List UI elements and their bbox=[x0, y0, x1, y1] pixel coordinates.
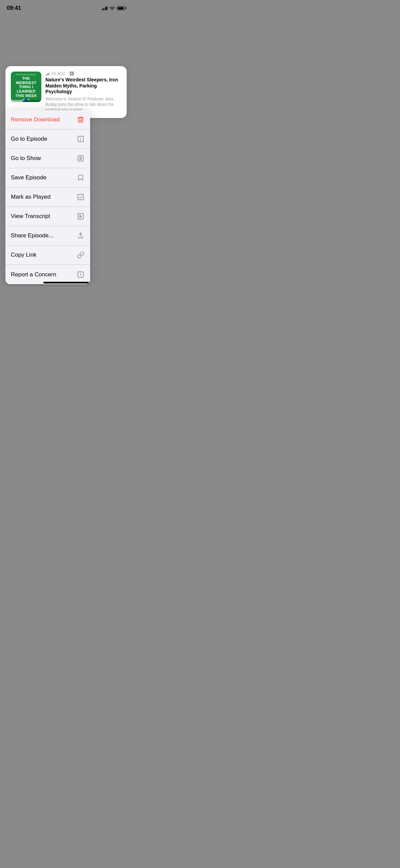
bookmark-icon bbox=[77, 174, 85, 182]
meta-dot: · bbox=[67, 72, 68, 76]
artwork-show-label: POPULAR SCIENCE bbox=[16, 74, 36, 76]
status-bar: 09:41 bbox=[0, 0, 132, 14]
view-transcript-label: View Transcript bbox=[11, 213, 50, 220]
save-episode-label: Save Episode bbox=[11, 174, 46, 181]
view-transcript-item[interactable]: View Transcript bbox=[5, 207, 90, 226]
episode-info: 2D AGO · E Nature's Weirdest Sleepers, I… bbox=[45, 72, 121, 113]
checkmark-square-icon bbox=[77, 193, 85, 201]
report-concern-label: Report a Concern bbox=[11, 271, 56, 278]
svg-point-7 bbox=[80, 275, 81, 276]
link-icon bbox=[77, 251, 85, 259]
share-episode-label: Share Episode... bbox=[11, 232, 54, 239]
go-to-episode-item[interactable]: Go to Episode bbox=[5, 130, 90, 149]
home-indicator bbox=[43, 282, 89, 283]
remove-download-item[interactable]: Remove Download bbox=[5, 110, 90, 130]
svg-rect-4 bbox=[78, 194, 84, 200]
artwork-title: THEWEIRDESTTHING ILEARNEDTHIS WEEK bbox=[15, 76, 37, 98]
go-to-episode-label: Go to Episode bbox=[11, 136, 47, 142]
podcast-icon bbox=[77, 154, 85, 162]
go-to-show-label: Go to Show bbox=[11, 155, 41, 162]
episode-title: Nature's Weirdest Sleepers, Iron Maiden … bbox=[45, 77, 121, 95]
transcript-icon bbox=[77, 212, 85, 220]
copy-link-item[interactable]: Copy Link bbox=[5, 245, 90, 265]
share-icon bbox=[77, 232, 85, 240]
svg-point-1 bbox=[80, 138, 81, 138]
wifi-icon bbox=[109, 6, 115, 10]
episode-meta: 2D AGO · E bbox=[45, 72, 121, 76]
status-time: 09:41 bbox=[7, 5, 21, 12]
episode-artwork: POPULAR SCIENCE THEWEIRDESTTHING ILEARNE… bbox=[11, 72, 41, 102]
exclamation-bubble-icon bbox=[77, 271, 85, 279]
episode-time-ago: 2D AGO bbox=[51, 72, 65, 76]
mark-as-played-item[interactable]: Mark as Played bbox=[5, 188, 90, 207]
meta-signal-icon bbox=[45, 72, 50, 75]
svg-point-3 bbox=[80, 157, 82, 159]
report-concern-item[interactable]: Report a Concern bbox=[5, 265, 90, 284]
signal-bars-icon bbox=[102, 6, 108, 10]
share-episode-item[interactable]: Share Episode... bbox=[5, 226, 90, 245]
remove-download-label: Remove Download bbox=[11, 116, 60, 123]
go-to-show-item[interactable]: Go to Show bbox=[5, 149, 90, 168]
copy-link-label: Copy Link bbox=[11, 252, 37, 258]
battery-icon bbox=[117, 6, 125, 10]
status-icons bbox=[102, 6, 126, 10]
trash-icon bbox=[77, 116, 85, 124]
context-menu: Remove Download Go to Episode Go to Show bbox=[5, 110, 90, 284]
explicit-badge: E bbox=[70, 72, 74, 76]
info-square-icon bbox=[77, 135, 85, 143]
mark-as-played-label: Mark as Played bbox=[11, 194, 50, 200]
save-episode-item[interactable]: Save Episode bbox=[5, 168, 90, 188]
